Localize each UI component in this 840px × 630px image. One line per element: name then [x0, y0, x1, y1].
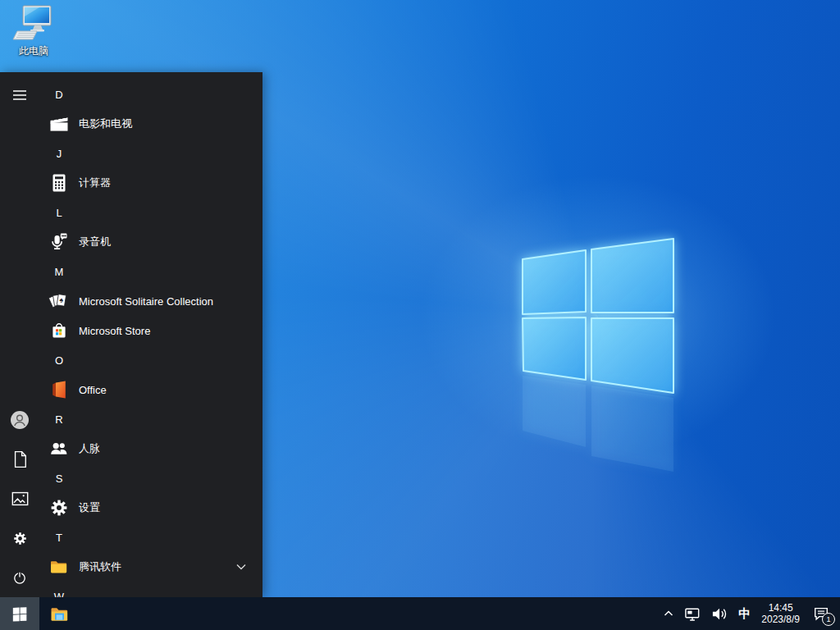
ime-indicator[interactable]: 中 [733, 597, 756, 630]
network-icon[interactable] [679, 597, 706, 630]
app-group-letter-o[interactable]: O [39, 345, 262, 375]
app-group-letter-s[interactable]: S [39, 463, 262, 493]
people-icon [39, 438, 79, 459]
start-menu-item-people[interactable]: 人脉 [39, 434, 262, 463]
app-group-letter-t[interactable]: T [39, 523, 262, 552]
clock-time: 14:45 [769, 602, 793, 614]
windows-start-icon [11, 605, 28, 622]
start-menu-item-tencent-software[interactable]: 腾讯软件 [39, 552, 262, 582]
start-menu-item-settings[interactable]: 设置 [39, 493, 262, 523]
hamburger-menu-icon[interactable] [0, 75, 39, 115]
file-explorer-button[interactable] [39, 597, 79, 630]
start-menu-item-office[interactable]: Office [39, 375, 262, 404]
desktop-icon-label: 此电脑 [19, 44, 48, 58]
chevron-up-icon[interactable] [658, 597, 679, 630]
account-avatar-icon[interactable] [0, 400, 39, 440]
clock-date: 2023/8/9 [761, 614, 800, 625]
start-menu-app-list: D 电影和电视 [39, 72, 262, 597]
start-menu-item-calculator[interactable]: 计算器 [39, 168, 262, 198]
start-menu-rail [0, 72, 39, 597]
system-tray: 中 14:45 2023/8/9 1 [658, 597, 840, 630]
windows-desktop: 此电脑 [0, 0, 840, 630]
start-menu-item-solitaire[interactable]: ♠ Microsoft Solitaire Collection [39, 286, 262, 316]
chevron-down-icon[interactable] [236, 564, 246, 570]
voice-recorder-icon [39, 231, 79, 253]
store-bag-icon [39, 320, 79, 341]
start-button[interactable] [0, 597, 39, 630]
start-menu-item-microsoft-store[interactable]: Microsoft Store [39, 316, 262, 345]
app-group-letter-w[interactable]: W [39, 582, 262, 597]
movies-tv-icon [39, 113, 79, 135]
power-icon[interactable] [0, 558, 39, 597]
notification-badge: 1 [822, 613, 835, 626]
gear-icon [39, 497, 79, 518]
start-menu-item-voice-recorder[interactable]: 录音机 [39, 227, 262, 257]
app-group-letter-m[interactable]: M [39, 257, 262, 286]
app-group-letter-r[interactable]: R [39, 404, 262, 434]
desktop-icon-this-pc[interactable]: 此电脑 [7, 5, 61, 58]
app-group-letter-d[interactable]: D [39, 80, 262, 109]
documents-icon[interactable] [0, 440, 39, 479]
calculator-icon [39, 172, 79, 194]
start-menu-item-movies-tv[interactable]: 电影和电视 [39, 109, 262, 139]
taskbar-empty-area [79, 597, 658, 630]
taskbar: 中 14:45 2023/8/9 1 [0, 597, 840, 630]
folder-icon [39, 556, 79, 578]
taskbar-clock[interactable]: 14:45 2023/8/9 [756, 597, 806, 630]
action-center-button[interactable]: 1 [806, 597, 840, 630]
computer-icon [12, 5, 55, 43]
app-group-letter-l[interactable]: L [39, 198, 262, 227]
file-explorer-icon [49, 604, 70, 623]
pictures-icon[interactable] [0, 479, 39, 518]
app-group-letter-j[interactable]: J [39, 139, 262, 168]
start-menu: D 电影和电视 [0, 72, 262, 597]
volume-icon[interactable] [706, 597, 733, 630]
gear-icon[interactable] [0, 518, 39, 558]
solitaire-cards-icon: ♠ [39, 290, 79, 312]
office-icon [39, 379, 79, 400]
